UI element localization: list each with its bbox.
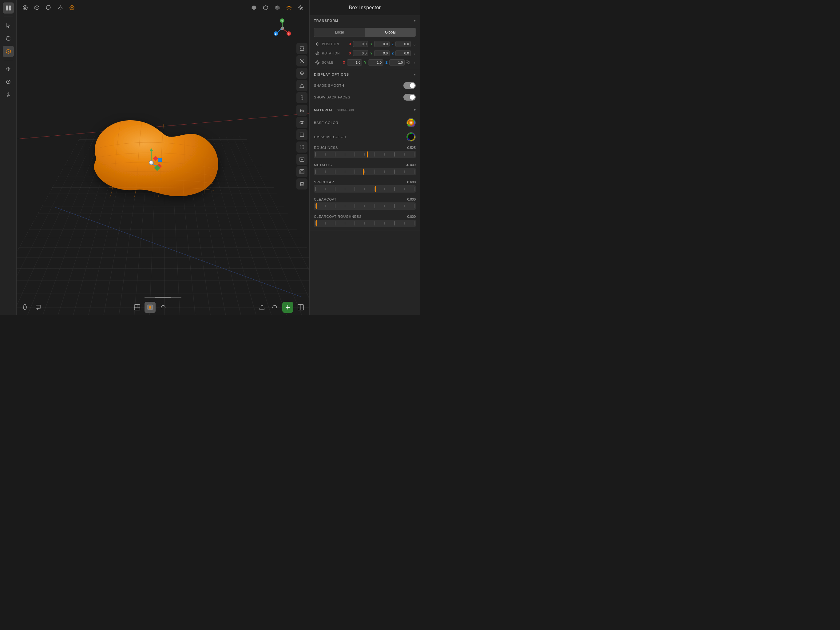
rotation-z-input[interactable] — [395, 50, 411, 56]
skeleton-tool-icon[interactable] — [3, 89, 14, 100]
cube-view-icon[interactable] — [32, 2, 43, 13]
specular-thumb[interactable] — [375, 186, 376, 192]
axis-indicator[interactable]: Y Z X — [272, 19, 292, 38]
mesh-icon[interactable] — [3, 46, 14, 57]
position-axis-group: X Y Z — [348, 41, 411, 47]
clearcoat-label-row: CLEARCOAT 0.000 — [314, 198, 416, 201]
scale-keyframe[interactable]: ⬦ — [413, 60, 416, 65]
clearcoat-thumb[interactable] — [316, 203, 317, 209]
clearcoat-row: CLEARCOAT 0.000 — [309, 196, 420, 213]
position-keyframe[interactable]: ⬦ — [413, 41, 416, 46]
display-options-header[interactable]: DISPLAY OPTIONS ▾ — [309, 69, 420, 80]
material-section-header[interactable]: MATERIAL SUBMESH0 ▾ — [309, 104, 420, 116]
add-to-scene-icon[interactable] — [297, 154, 308, 165]
settings-btn[interactable] — [295, 2, 306, 13]
undo-icon[interactable] — [158, 302, 169, 313]
bottom-center-tools — [132, 302, 169, 313]
svg-rect-60 — [300, 133, 304, 136]
display-options-title: DISPLAY OPTIONS — [314, 73, 349, 76]
object-select-icon[interactable] — [145, 302, 156, 313]
scale-label: SCALE — [322, 61, 341, 64]
metallic-slider[interactable] — [314, 168, 416, 175]
local-mode-btn[interactable]: Local — [314, 28, 365, 37]
roughness-ticks — [315, 151, 414, 158]
rotation-x-input[interactable] — [353, 50, 368, 56]
transform-section-header[interactable]: TRANSFORM ▾ — [309, 15, 420, 26]
focus-icon[interactable] — [297, 43, 308, 54]
scale-chain-link[interactable]: ⛓ — [406, 60, 410, 65]
split-view-icon[interactable] — [295, 302, 306, 313]
scale-y-input[interactable] — [368, 59, 384, 65]
modifier-stack-icon[interactable] — [66, 2, 77, 13]
show-back-faces-toggle[interactable] — [403, 94, 416, 101]
rendered-view-btn[interactable] — [272, 2, 283, 13]
numbering-icon[interactable]: № — [297, 104, 308, 116]
shade-smooth-toggle[interactable] — [403, 82, 416, 89]
display-options-chevron: ▾ — [414, 72, 416, 77]
rotate-tool-icon[interactable] — [3, 76, 14, 87]
rotation-keyframe[interactable]: ⬦ — [413, 51, 416, 56]
redo-icon[interactable] — [269, 302, 280, 313]
move-icon[interactable] — [3, 63, 14, 74]
loop-cut-icon[interactable] — [43, 2, 54, 13]
pill-view-icon[interactable] — [297, 92, 308, 103]
handle-red-1[interactable] — [153, 156, 158, 161]
scale-z-input[interactable] — [389, 59, 405, 65]
clearcoat-roughness-row: CLEARCOAT ROUGHNESS 0.000 — [309, 213, 420, 230]
hand-tool-icon[interactable] — [20, 302, 31, 313]
global-mode-btn[interactable]: Global — [365, 28, 416, 37]
specular-ticks — [315, 185, 414, 193]
diagonal-icon[interactable] — [297, 55, 308, 66]
panel-header: Box Inspector — [309, 0, 420, 15]
base-color-swatch[interactable] — [406, 118, 416, 127]
delete-icon[interactable] — [297, 179, 308, 190]
dashed-square-icon[interactable] — [297, 141, 308, 153]
rotation-y-input[interactable] — [374, 50, 390, 56]
scale-x-input[interactable] — [347, 59, 362, 65]
position-x-label: X — [348, 42, 352, 46]
add-object-icon[interactable] — [282, 302, 293, 313]
select-tool-icon[interactable] — [3, 33, 14, 44]
gizmo-center — [149, 160, 154, 165]
position-y-input[interactable] — [374, 41, 390, 47]
position-y-field: Y — [369, 41, 390, 47]
emissive-color-swatch[interactable] — [406, 132, 416, 141]
speech-bubble-icon[interactable] — [33, 302, 44, 313]
clearcoat-roughness-thumb[interactable] — [316, 220, 317, 226]
position-z-input[interactable] — [395, 41, 411, 47]
metallic-thumb[interactable] — [363, 169, 364, 175]
mirror-icon[interactable] — [55, 2, 66, 13]
solid-view-btn[interactable] — [248, 2, 259, 13]
emissive-color-row: EMISSIVE COLOR — [309, 130, 420, 144]
roughness-thumb[interactable] — [367, 151, 368, 157]
3d-object[interactable] — [71, 107, 225, 208]
clearcoat-slider[interactable] — [314, 203, 416, 210]
position-x-input[interactable] — [353, 41, 368, 47]
sun-view-btn[interactable] — [284, 2, 295, 13]
target-view-icon[interactable] — [20, 2, 31, 13]
triangle-warning-icon[interactable] — [297, 80, 308, 91]
handle-blue[interactable] — [158, 158, 162, 162]
scroll-indicator[interactable] — [145, 297, 182, 298]
svg-line-92 — [318, 63, 319, 64]
cursor-tool-icon[interactable] — [3, 20, 14, 31]
svg-point-31 — [300, 7, 302, 9]
viewport[interactable]: Y Z X — [17, 0, 309, 315]
svg-point-22 — [288, 6, 290, 9]
position-x-field: X — [348, 41, 368, 47]
eye-view-icon[interactable] — [297, 117, 308, 128]
wireframe-view-btn[interactable] — [260, 2, 271, 13]
shade-smooth-row: SHADE SMOOTH — [309, 80, 420, 91]
grid-view-icon[interactable] — [3, 2, 14, 14]
export-icon[interactable] — [256, 302, 267, 313]
layout-panels-icon[interactable] — [132, 302, 143, 313]
square-view-icon[interactable] — [297, 129, 308, 140]
clearcoat-roughness-slider[interactable] — [314, 220, 416, 227]
frame-view-icon[interactable] — [297, 166, 308, 177]
specular-slider[interactable] — [314, 185, 416, 193]
crosshair-icon[interactable] — [297, 68, 308, 79]
roughness-slider[interactable] — [314, 151, 416, 158]
transform-gizmo[interactable] — [137, 149, 165, 177]
specular-label-row: SPECULAR 0.600 — [314, 180, 416, 184]
rotation-x-field: X — [348, 50, 368, 56]
